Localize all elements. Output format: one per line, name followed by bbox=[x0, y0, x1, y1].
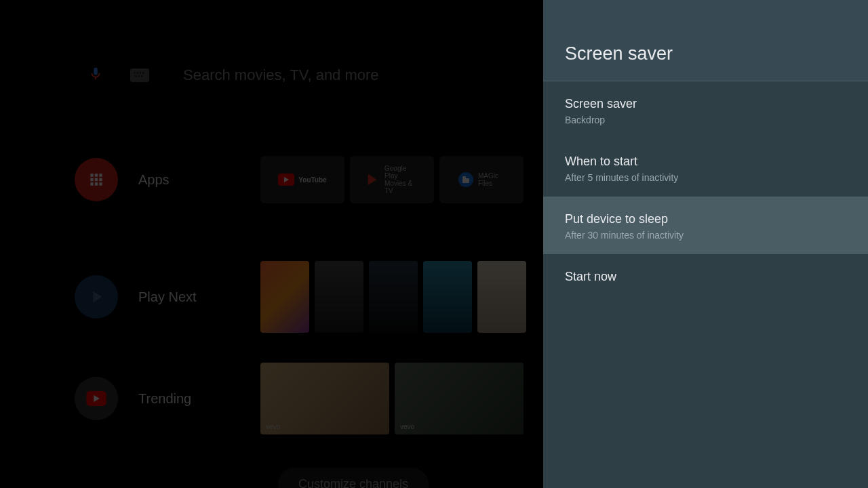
setting-screen-saver[interactable]: Screen saver Backdrop bbox=[543, 81, 868, 139]
panel-title: Screen saver bbox=[565, 43, 673, 64]
setting-start-now[interactable]: Start now bbox=[543, 254, 868, 300]
setting-put-device-to-sleep[interactable]: Put device to sleep After 30 minutes of … bbox=[543, 197, 868, 254]
setting-when-to-start[interactable]: When to start After 5 minutes of inactiv… bbox=[543, 139, 868, 197]
panel-header: Screen saver bbox=[543, 0, 868, 81]
settings-panel: Screen saver Screen saver Backdrop When … bbox=[543, 0, 868, 488]
